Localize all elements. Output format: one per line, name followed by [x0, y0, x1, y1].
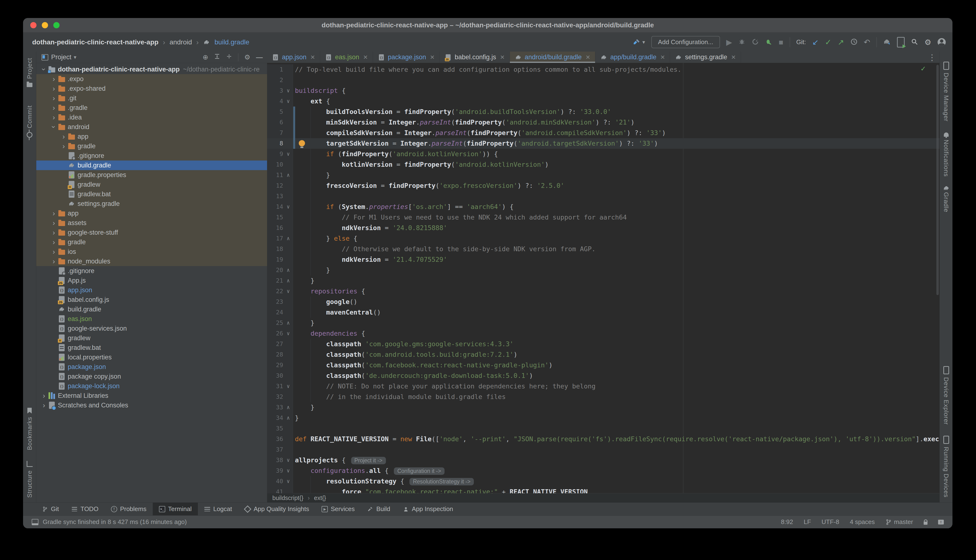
line-number[interactable]: 22∨: [267, 286, 293, 297]
code-line-24[interactable]: 24 mavenCentral(): [267, 307, 939, 318]
code-line-20[interactable]: 20∧ }: [267, 265, 939, 275]
tree-item-gradle[interactable]: ›gradle: [36, 141, 267, 151]
code-line-34[interactable]: 34∧}: [267, 413, 939, 423]
debug-icon[interactable]: [738, 38, 745, 46]
bookmarks-icon[interactable]: [27, 408, 32, 413]
code-line-23[interactable]: 23 google(): [267, 297, 939, 307]
line-number[interactable]: 38∨: [267, 455, 293, 465]
tree-item-babel.config.js[interactable]: JSbabel.config.js: [36, 295, 267, 305]
line-number[interactable]: 41: [267, 487, 293, 493]
chevron-collapsed-icon[interactable]: ›: [50, 257, 58, 265]
tree-item-build.gradle[interactable]: build.gradle: [36, 305, 267, 314]
tab-app/build.gradle[interactable]: app/build.gradle✕: [595, 52, 670, 63]
tool-stripe-notifications[interactable]: Notifications: [943, 140, 950, 177]
tree-item-local.properties[interactable]: local.properties: [36, 352, 267, 362]
line-number[interactable]: 9∨: [267, 149, 293, 159]
git-push-icon[interactable]: ↗: [838, 38, 844, 46]
collapse-all-icon[interactable]: [226, 53, 232, 61]
tree-item-gradlew.bat[interactable]: gradlew.bat: [36, 343, 267, 352]
notifications-icon[interactable]: [944, 132, 949, 137]
code-line-29[interactable]: 29 classpath('com.facebook.react:react-n…: [267, 360, 939, 370]
breadcrumb-folder[interactable]: android: [170, 38, 192, 46]
chevron-down-icon[interactable]: ▾: [74, 54, 76, 60]
tree-item-app.json[interactable]: { }app.json: [36, 285, 267, 295]
code-line-21[interactable]: 21∧ }: [267, 275, 939, 286]
tool-window-button-Build[interactable]: Build: [361, 503, 396, 515]
line-number[interactable]: 3∨: [267, 85, 293, 96]
tree-item-.gitignore[interactable]: .gitignore: [36, 266, 267, 276]
tool-window-button-Problems[interactable]: !Problems: [105, 503, 153, 515]
tool-window-button-App Inspection[interactable]: App Inspection: [396, 503, 460, 515]
read-write-lock-icon[interactable]: [924, 522, 928, 525]
line-number[interactable]: 29: [267, 360, 293, 370]
close-window-button[interactable]: [30, 22, 37, 28]
line-number[interactable]: 14∨: [267, 202, 293, 212]
tool-stripe-device-explorer[interactable]: Device Explorer: [943, 377, 950, 425]
line-number[interactable]: 11∧: [267, 170, 293, 180]
tool-window-button-Logcat[interactable]: Logcat: [198, 503, 238, 515]
tree-item-gradlew.bat[interactable]: gradlew.bat: [36, 189, 267, 199]
line-ending[interactable]: LF: [804, 518, 811, 526]
chevron-collapsed-icon[interactable]: ›: [50, 238, 58, 246]
line-number[interactable]: 36: [267, 434, 293, 444]
breadcrumb-scope[interactable]: ext{}: [314, 495, 326, 502]
tab-eas.json[interactable]: { }eas.json✕: [320, 52, 373, 63]
commit-icon[interactable]: [27, 132, 32, 138]
chevron-collapsed-icon[interactable]: ›: [50, 103, 58, 112]
search-everywhere-icon[interactable]: [911, 38, 918, 46]
code-line-9[interactable]: 9∨ if (findProperty('android.kotlinVersi…: [267, 149, 939, 159]
tool-stripe-bookmarks[interactable]: Bookmarks: [26, 417, 33, 450]
git-branch-widget[interactable]: master: [886, 518, 913, 526]
git-update-icon[interactable]: ↙: [812, 38, 819, 46]
tool-window-button-Terminal[interactable]: >_Terminal: [153, 503, 198, 515]
code-line-4[interactable]: 4∨ ext {: [267, 96, 939, 107]
tree-item-app[interactable]: ›app: [36, 208, 267, 218]
code-line-8[interactable]: 8 targetSdkVersion = Integer.parseInt(fi…: [267, 138, 939, 149]
line-number[interactable]: 25∧: [267, 318, 293, 328]
line-number[interactable]: 40∨: [267, 476, 293, 487]
code-line-30[interactable]: 30 classpath('de.undercouch:gradle-downl…: [267, 370, 939, 381]
minimize-window-button[interactable]: [42, 22, 48, 28]
tree-item-gradle.properties[interactable]: gradle.properties: [36, 170, 267, 180]
code-line-16[interactable]: 16 ndkVersion = '24.0.8215888': [267, 223, 939, 233]
tree-item-.expo-shared[interactable]: ›.expo-shared: [36, 84, 267, 93]
tab-package.json[interactable]: { }package.json✕: [373, 52, 440, 63]
gradle-sync-icon[interactable]: [883, 38, 891, 47]
fold-open-icon[interactable]: ∨: [284, 328, 292, 339]
chevron-collapsed-icon[interactable]: ›: [59, 142, 68, 150]
indent-setting[interactable]: 4 spaces: [850, 518, 875, 526]
tree-item-node_modules[interactable]: ›node_modules: [36, 257, 267, 266]
code-line-33[interactable]: 33∧ }: [267, 402, 939, 413]
code-line-3[interactable]: 3∨buildscript {: [267, 85, 939, 96]
line-number[interactable]: 20∧: [267, 265, 293, 275]
device-explorer-icon[interactable]: [943, 366, 949, 374]
line-number[interactable]: 1: [267, 64, 293, 75]
code-line-28[interactable]: 28 classpath('com.android.tools.build:gr…: [267, 349, 939, 360]
folder-icon[interactable]: [27, 83, 32, 87]
fold-open-icon[interactable]: ∨: [284, 465, 292, 476]
tree-item-Scratches and Consoles[interactable]: ›Scratches and Consoles: [36, 400, 267, 410]
code-line-15[interactable]: 15 // For M1 Users we need to use the ND…: [267, 212, 939, 223]
tree-item-.git[interactable]: ›.git: [36, 93, 267, 103]
line-number[interactable]: 24: [267, 307, 293, 318]
chevron-collapsed-icon[interactable]: ›: [50, 209, 58, 217]
tree-item-External Libraries[interactable]: ›External Libraries: [36, 391, 267, 400]
breadcrumb-project[interactable]: dothan-pediatric-clinic-react-native-app: [32, 38, 159, 46]
code-line-2[interactable]: 2: [267, 75, 939, 85]
code-line-40[interactable]: 40∨ resolutionStrategy { ResolutionStrat…: [267, 476, 939, 487]
chevron-collapsed-icon[interactable]: ›: [40, 392, 48, 400]
line-number[interactable]: 6: [267, 117, 293, 128]
line-number[interactable]: 30: [267, 370, 293, 381]
close-tab-icon[interactable]: ✕: [310, 54, 315, 61]
chevron-collapsed-icon[interactable]: ›: [59, 132, 68, 141]
tree-item-.idea[interactable]: ›.idea: [36, 113, 267, 122]
tree-item-ios[interactable]: ›ios: [36, 247, 267, 257]
tree-item-package.json[interactable]: { }package.json: [36, 362, 267, 372]
code-line-36[interactable]: 36def REACT_NATIVE_VERSION = new File(['…: [267, 434, 939, 444]
editor-scrollbar[interactable]: [936, 65, 939, 295]
tab-android/build.gradle[interactable]: android/build.gradle✕: [510, 52, 595, 63]
fold-open-icon[interactable]: ∨: [284, 476, 292, 487]
line-number[interactable]: 34∧: [267, 413, 293, 423]
fold-end-icon[interactable]: ∧: [284, 413, 292, 423]
code-line-39[interactable]: 39∨ configurations.all { Configuration i…: [267, 465, 939, 476]
